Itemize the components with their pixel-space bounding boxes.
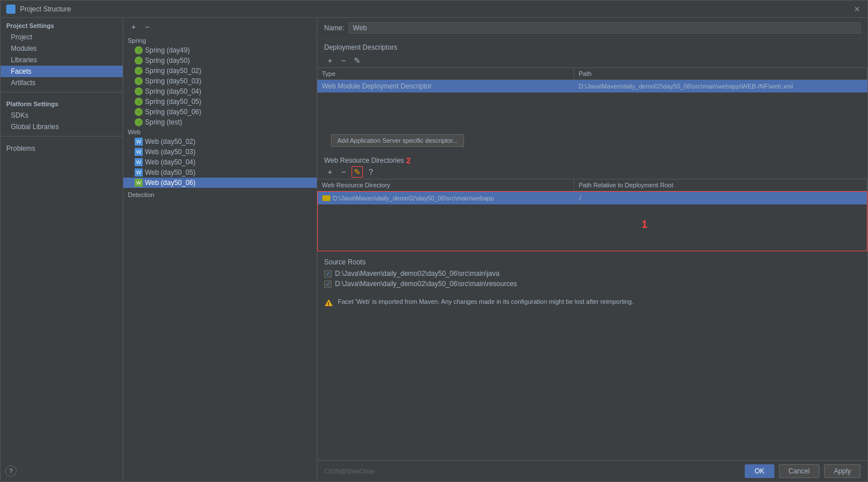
- tree-item-web-day50-05[interactable]: W Web (day50_05): [123, 167, 317, 178]
- source-root-path-1: D:\Java\Maven\daily_demo02\day50_06\src\…: [335, 280, 517, 288]
- tree-item-label: Spring (test): [145, 118, 182, 126]
- dd-col-path-header: Path: [574, 68, 867, 79]
- tree-item-label: Web (day50_05): [145, 168, 196, 176]
- app-icon: [6, 5, 15, 14]
- sidebar-item-problems[interactable]: Problems: [1, 140, 123, 157]
- sidebar-item-libraries[interactable]: Libraries: [1, 54, 123, 66]
- tree-item-spring-day50-04[interactable]: 🌿 Spring (day50_04): [123, 86, 317, 97]
- middle-toolbar: + −: [123, 18, 317, 36]
- warning-text: Facet 'Web' is imported from Maven. Any …: [338, 298, 633, 305]
- wr-row-0[interactable]: D:\Java\Maven\daily_demo02\day50_06\src\…: [318, 192, 867, 205]
- dd-edit-button[interactable]: ✎: [352, 55, 363, 66]
- wr-help-button[interactable]: ?: [365, 166, 377, 178]
- spring-icon: 🌿: [135, 87, 143, 95]
- detection-section-label: Detection: [123, 190, 317, 199]
- tree-item-label: Web (day50_04): [145, 158, 196, 166]
- web-icon: W: [135, 138, 143, 146]
- source-root-item-0[interactable]: ✓ D:\Java\Maven\daily_demo02\day50_06\sr…: [324, 268, 861, 279]
- web-icon: W: [135, 179, 143, 187]
- tree-item-web-day50-02[interactable]: W Web (day50_02): [123, 136, 317, 147]
- tree-item-label: Web (day50_03): [145, 148, 196, 156]
- tree-item-spring-day50-06[interactable]: 🌿 Spring (day50_06): [123, 107, 317, 117]
- tree-item-web-day50-03[interactable]: W Web (day50_03): [123, 147, 317, 157]
- dd-cell-path: D:\Java\Maven\daily_demo02\day50_06\src\…: [574, 81, 867, 92]
- spring-icon: 🌿: [135, 108, 143, 116]
- wr-grid-header: Web Resource Directory Path Relative to …: [317, 179, 867, 191]
- sidebar-item-modules[interactable]: Modules: [1, 43, 123, 54]
- source-root-item-1[interactable]: ✓ D:\Java\Maven\daily_demo02\day50_06\sr…: [324, 279, 861, 289]
- spring-icon: 🌿: [135, 98, 143, 106]
- wr-empty-area: 1: [318, 205, 867, 251]
- name-label: Name:: [324, 24, 344, 32]
- tree-item-spring-day50-03[interactable]: 🌿 Spring (day50_03): [123, 76, 317, 86]
- web-icon: W: [135, 148, 143, 156]
- wr-dir-text: D:\Java\Maven\daily_demo02\day50_06\src\…: [333, 195, 494, 202]
- spring-icon: 🌿: [135, 67, 143, 75]
- tree-item-spring-day50-05[interactable]: 🌿 Spring (day50_05): [123, 97, 317, 107]
- source-root-checkbox-0[interactable]: ✓: [324, 270, 332, 278]
- tree-item-web-day50-04[interactable]: W Web (day50_04): [123, 157, 317, 167]
- wr-badge-2: 2: [406, 156, 411, 165]
- spring-section-label: Spring: [123, 36, 317, 45]
- sidebar-item-project[interactable]: Project: [1, 31, 123, 43]
- spring-icon: 🌿: [135, 77, 143, 85]
- tree-item-spring-day50-02[interactable]: 🌿 Spring (day50_02): [123, 66, 317, 76]
- bottom-bar: CSDN@ShenChide OK Cancel Apply: [317, 460, 867, 481]
- add-descriptor-button[interactable]: Add Application Server specific descript…: [331, 134, 464, 147]
- sidebar-item-sdks[interactable]: SDKs: [1, 110, 123, 121]
- tree-item-label: Spring (day50_02): [145, 67, 201, 75]
- source-roots-section: Source Roots ✓ D:\Java\Maven\daily_demo0…: [317, 251, 867, 294]
- tree-item-label: Web (day50_02): [145, 138, 196, 146]
- titlebar: Project Structure ✕: [1, 1, 867, 18]
- source-root-checkbox-1[interactable]: ✓: [324, 280, 332, 288]
- svg-text:!: !: [328, 301, 329, 307]
- tree-item-spring-day49[interactable]: 🌿 Spring (day49): [123, 45, 317, 55]
- dd-col-type-header: Type: [317, 68, 574, 79]
- spring-icon: 🌿: [135, 46, 143, 54]
- red-badge-1: 1: [641, 219, 647, 231]
- project-structure-window: Project Structure ✕ Project Settings Pro…: [0, 0, 868, 482]
- dd-row-0[interactable]: Web Module Deployment Descriptor D:\Java…: [317, 80, 867, 93]
- name-row: Name:: [317, 18, 867, 39]
- wr-add-button[interactable]: +: [324, 166, 336, 178]
- tree-item-label: Web (day50_06): [145, 179, 196, 187]
- wr-col-dir-header: Web Resource Directory: [317, 179, 574, 191]
- deployment-descriptors-title: Deployment Descriptors: [317, 39, 867, 54]
- tree-item-label: Spring (day50_03): [145, 77, 201, 85]
- wr-remove-button[interactable]: −: [338, 166, 349, 178]
- sidebar-item-artifacts[interactable]: Artifacts: [1, 77, 123, 89]
- web-icon: W: [135, 158, 143, 166]
- tree-item-spring-day50[interactable]: 🌿 Spring (day50): [123, 55, 317, 66]
- sidebar-divider: [1, 92, 123, 93]
- warning-row: ! Facet 'Web' is imported from Maven. An…: [317, 294, 867, 312]
- wr-border-container: D:\Java\Maven\daily_demo02\day50_06\src\…: [317, 191, 867, 251]
- add-button[interactable]: +: [128, 21, 139, 33]
- remove-button[interactable]: −: [142, 21, 153, 33]
- ok-button[interactable]: OK: [745, 464, 774, 478]
- tree-item-label: Spring (day50): [145, 57, 190, 65]
- wr-col-rel-header: Path Relative to Deployment Root: [574, 179, 867, 191]
- sidebar-item-global-libraries[interactable]: Global Libraries: [1, 121, 123, 132]
- tree-item-label: Spring (day50_04): [145, 87, 201, 95]
- tree-item-web-day50-06[interactable]: W Web (day50_06): [123, 178, 317, 188]
- source-root-path-0: D:\Java\Maven\daily_demo02\day50_06\src\…: [335, 270, 499, 278]
- help-button[interactable]: ?: [5, 465, 17, 477]
- tree-item-spring-test[interactable]: 🌿 Spring (test): [123, 117, 317, 127]
- bottom-left: CSDN@ShenChide: [324, 467, 740, 475]
- dd-remove-button[interactable]: −: [338, 55, 349, 66]
- wr-cell-rel: /: [575, 192, 867, 204]
- folder-icon: [322, 195, 330, 201]
- spring-icon: 🌿: [135, 118, 143, 126]
- dd-add-button[interactable]: +: [324, 55, 336, 66]
- wr-title-row: Web Resource Directories 2: [317, 154, 867, 165]
- cancel-button[interactable]: Cancel: [779, 464, 819, 478]
- wr-toolbar: + − ✎ ?: [317, 165, 867, 179]
- right-panel: Name: Deployment Descriptors + − ✎ Type …: [317, 18, 867, 481]
- apply-button[interactable]: Apply: [824, 464, 861, 478]
- sidebar-item-facets[interactable]: Facets: [1, 66, 123, 77]
- tree-item-label: Spring (day49): [145, 46, 190, 54]
- wr-edit-button[interactable]: ✎: [352, 166, 363, 178]
- close-button[interactable]: ✕: [853, 5, 862, 14]
- name-input[interactable]: [349, 22, 861, 34]
- csdn-watermark: CSDN@ShenChide: [324, 468, 374, 475]
